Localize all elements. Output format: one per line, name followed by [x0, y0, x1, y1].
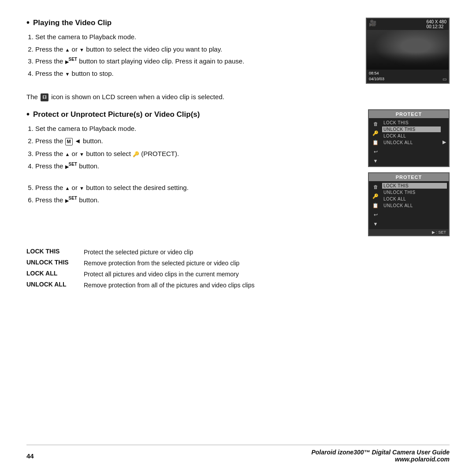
camera-top-bar: 🎥 640 X 480 00:12:32 — [367, 19, 449, 30]
back-icon: ↩ — [372, 148, 379, 155]
protect-step-3: Press the or button to select 🔑 (PROTECT… — [35, 148, 359, 160]
landscape-detail — [367, 30, 449, 70]
def-term-unlock-this: UNLOCK THIS — [26, 259, 84, 266]
def-row-unlock-this: UNLOCK THIS Remove protection from the s… — [26, 259, 450, 268]
def-term-lock-this: LOCK THIS — [26, 248, 84, 255]
ps-icons-2: 🗑 🔑 📋 ↩ ▼ — [371, 183, 380, 227]
menu-lock-this-2: LOCK THIS — [382, 183, 447, 189]
video-icon: 🎥 — [369, 19, 376, 29]
camera-date: 04/10/03 — [369, 76, 446, 82]
def-desc-unlock-this: Remove protection from the selected pict… — [84, 259, 450, 268]
playing-step-4: Press the button to stop. — [35, 68, 357, 79]
protect-step-4: Press the SET button. — [35, 160, 359, 172]
protect-text: • Protect or Unprotect Picture(s) or Vid… — [26, 109, 359, 236]
ps-footer-2: ▶ : SET — [369, 229, 449, 235]
camera-bottom-info: 08:54 04/10/03 0006 - 0006 — [367, 70, 449, 84]
section-title-playing: • Playing the Video Clip — [26, 18, 357, 28]
down-icon-2: ▼ — [372, 220, 379, 227]
bullet-icon: • — [26, 18, 30, 28]
protect-screen-1: PROTECT 🗑 🔑 📋 ↩ ▼ LOCK THIS UNLOCK THIS … — [368, 109, 450, 167]
protect-header-1: PROTECT — [369, 110, 449, 118]
copy-icon-2: 📋 — [372, 202, 379, 209]
key-icon-2: 🔑 — [372, 193, 379, 200]
protect-step-5: Press the or button to select the desire… — [35, 182, 359, 193]
sd-card-icon: ▭ — [443, 77, 446, 82]
playing-step-2: Press the or button to select the video … — [35, 44, 357, 55]
icon-note: The 🎞 icon is shown on LCD screen when a… — [26, 92, 450, 102]
def-desc-lock-this: Protect the selected picture or video cl… — [84, 248, 450, 257]
camera-time2: 08:54 — [369, 71, 446, 76]
camera-landscape — [367, 30, 449, 70]
protect-body-2: 🗑 🔑 📋 ↩ ▼ LOCK THIS UNLOCK THIS LOCK ALL… — [369, 181, 449, 229]
menu-unlock-this-2: UNLOCK THIS — [382, 190, 447, 195]
section-title-protect: • Protect or Unprotect Picture(s) or Vid… — [26, 109, 359, 119]
playing-step-3: Press the SET button to start playing vi… — [35, 56, 357, 67]
playing-title: Playing the Video Clip — [33, 19, 112, 27]
key-icon: 🔑 — [372, 130, 379, 137]
protect-header-2: PROTECT — [369, 173, 449, 181]
footer: 44 Polaroid izone300™ Digital Camera Use… — [26, 445, 450, 463]
menu-unlock-all-1: UNLOCK ALL — [382, 140, 441, 145]
menu-lock-all-2: LOCK ALL — [382, 196, 447, 202]
protect-screens: PROTECT 🗑 🔑 📋 ↩ ▼ LOCK THIS UNLOCK THIS … — [368, 109, 450, 236]
bullet-icon-2: • — [26, 109, 30, 119]
footer-url: www.polaroid.com — [311, 456, 450, 463]
menu-lock-this-1: LOCK THIS — [382, 120, 441, 126]
page-number: 44 — [26, 452, 34, 460]
section-protect: • Protect or Unprotect Picture(s) or Vid… — [26, 109, 450, 236]
section-playing: • Playing the Video Clip Set the camera … — [26, 18, 450, 84]
menu-lock-all-1: LOCK ALL — [382, 133, 441, 139]
resolution: 640 X 480 — [426, 19, 446, 24]
playing-steps: Set the camera to Playback mode. Press t… — [35, 31, 357, 79]
menu-unlock-this-1: UNLOCK THIS — [382, 126, 441, 132]
def-row-unlock-all: UNLOCK ALL Remove protection from all of… — [26, 281, 450, 290]
video-clip-icon: 🎞 — [41, 93, 48, 101]
trash-icon: 🗑 — [372, 120, 379, 127]
protect-steps-cont: Press the or button to select the desire… — [35, 182, 359, 206]
protect-screen-2: PROTECT 🗑 🔑 📋 ↩ ▼ LOCK THIS UNLOCK THIS … — [368, 172, 450, 236]
footer-brand: Polaroid izone300™ Digital Camera User G… — [311, 449, 450, 463]
def-term-unlock-all: UNLOCK ALL — [26, 281, 84, 288]
camera-info: 640 X 480 00:12:32 — [426, 19, 446, 29]
protect-step-1: Set the camera to Playback mode. — [35, 123, 359, 134]
ps-arrow-1: ▶ — [443, 120, 447, 164]
footer-brand-name: Polaroid izone300™ Digital Camera User G… — [311, 449, 450, 456]
def-desc-lock-all: Protect all pictures and video clips in … — [84, 270, 450, 279]
camera-screen-video: 🎥 640 X 480 00:12:32 08:54 04/10/03 0006… — [366, 18, 450, 84]
def-desc-unlock-all: Remove protection from all of the pictur… — [84, 281, 450, 290]
down-icon: ▼ — [372, 157, 379, 164]
time-display: 00:12:32 — [426, 24, 446, 29]
menu-unlock-all-2: UNLOCK ALL — [382, 203, 447, 208]
ps-icons-1: 🗑 🔑 📋 ↩ ▼ — [371, 120, 380, 164]
def-row-lock-this: LOCK THIS Protect the selected picture o… — [26, 248, 450, 257]
playing-text: • Playing the Video Clip Set the camera … — [26, 18, 357, 84]
protect-title: Protect or Unprotect Picture(s) or Video… — [33, 110, 200, 119]
playing-step-1: Set the camera to Playback mode. — [35, 31, 357, 43]
camera-frame: 0006 - 0006 — [369, 82, 446, 84]
back-icon-2: ↩ — [372, 211, 379, 218]
definitions: LOCK THIS Protect the selected picture o… — [26, 248, 450, 292]
page: • Playing the Video Clip Set the camera … — [0, 0, 476, 476]
trash-icon-2: 🗑 — [372, 183, 379, 190]
ps-menu-1: LOCK THIS UNLOCK THIS LOCK ALL UNLOCK AL… — [382, 120, 441, 164]
protect-body-1: 🗑 🔑 📋 ↩ ▼ LOCK THIS UNLOCK THIS LOCK ALL… — [369, 118, 449, 166]
protect-step-2: Press the M ◄ button. — [35, 135, 359, 147]
copy-icon: 📋 — [372, 139, 379, 146]
def-row-lock-all: LOCK ALL Protect all pictures and video … — [26, 270, 450, 279]
protect-steps: Set the camera to Playback mode. Press t… — [35, 123, 359, 172]
ps-menu-2: LOCK THIS UNLOCK THIS LOCK ALL UNLOCK AL… — [382, 183, 447, 227]
protect-step-6: Press the SET button. — [35, 194, 359, 206]
def-term-lock-all: LOCK ALL — [26, 270, 84, 277]
